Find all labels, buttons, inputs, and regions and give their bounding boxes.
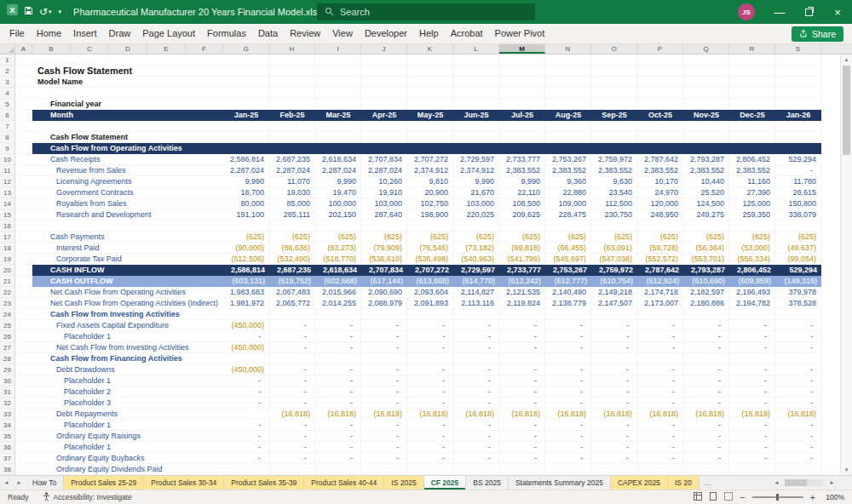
cell[interactable]: -: [407, 431, 453, 441]
cell[interactable]: 9,630: [591, 176, 637, 186]
cell-label[interactable]: Fixed Assets Capital Expenditure: [32, 320, 223, 330]
cell[interactable]: [223, 54, 269, 65]
cell[interactable]: -: [453, 375, 499, 386]
cell[interactable]: (76,546): [407, 243, 453, 253]
cell[interactable]: [223, 121, 269, 131]
cell[interactable]: (59,728): [637, 243, 683, 253]
cell[interactable]: 2,113,116: [453, 298, 499, 308]
cell[interactable]: -: [407, 364, 453, 375]
row-number-27[interactable]: 27: [0, 342, 15, 353]
cell[interactable]: [591, 99, 637, 109]
cell[interactable]: 2,733,777: [499, 154, 545, 164]
cell[interactable]: -: [683, 342, 729, 352]
row-number-2[interactable]: 2: [0, 66, 15, 77]
cell[interactable]: 20,900: [407, 187, 453, 198]
cell[interactable]: 338,079: [775, 209, 821, 220]
cell[interactable]: [453, 54, 499, 65]
cell[interactable]: 10,440: [683, 176, 729, 186]
cell[interactable]: [453, 143, 499, 154]
cell[interactable]: [453, 121, 499, 131]
cell[interactable]: 25,520: [683, 187, 729, 198]
cell[interactable]: -: [407, 398, 453, 408]
cell[interactable]: (612,924): [637, 276, 683, 287]
cell-label[interactable]: Placeholder 1: [32, 420, 223, 430]
cell[interactable]: 2,759,972: [591, 154, 637, 164]
cell[interactable]: [223, 464, 269, 474]
cell[interactable]: -: [361, 453, 407, 463]
row-number-9[interactable]: 9: [0, 143, 15, 154]
cell[interactable]: [453, 353, 499, 364]
zoom-in-icon[interactable]: +: [810, 492, 815, 502]
cell[interactable]: [729, 99, 775, 109]
cell[interactable]: [407, 121, 453, 131]
cell[interactable]: 21,670: [453, 187, 499, 198]
cell[interactable]: -: [361, 342, 407, 352]
cell[interactable]: -: [545, 442, 591, 452]
cell[interactable]: 10,260: [361, 176, 407, 186]
ribbon-tab-page-layout[interactable]: Page Layout: [136, 24, 201, 43]
cell[interactable]: 2,586,814: [223, 265, 269, 276]
cell[interactable]: [591, 309, 637, 319]
cell[interactable]: [315, 88, 361, 98]
cell[interactable]: [223, 99, 269, 109]
cell[interactable]: [361, 353, 407, 364]
cell[interactable]: -: [361, 387, 407, 397]
cell[interactable]: [591, 132, 637, 142]
cell[interactable]: (49,637): [775, 243, 821, 253]
cell[interactable]: [269, 121, 315, 131]
cell[interactable]: 2,149,218: [591, 287, 637, 297]
cell[interactable]: -: [269, 431, 315, 441]
cell[interactable]: -: [683, 398, 729, 408]
cell[interactable]: [729, 353, 775, 364]
zoom-slider-thumb[interactable]: [776, 494, 779, 501]
cell[interactable]: [545, 77, 591, 87]
cell[interactable]: (16,818): [591, 409, 637, 419]
cell[interactable]: -: [361, 398, 407, 408]
cell[interactable]: (612,242): [499, 276, 545, 287]
row-number-22[interactable]: 22: [0, 287, 15, 298]
cell[interactable]: 285,111: [269, 209, 315, 220]
cell[interactable]: 2,586,814: [223, 154, 269, 164]
cell[interactable]: -: [499, 398, 545, 408]
cell[interactable]: [729, 220, 775, 231]
cell[interactable]: (16,818): [407, 409, 453, 419]
cell[interactable]: -: [315, 453, 361, 463]
cell[interactable]: [591, 54, 637, 65]
excel-app-icon[interactable]: X: [7, 0, 18, 24]
cell[interactable]: (625): [729, 232, 775, 242]
cell[interactable]: -: [729, 431, 775, 441]
cell[interactable]: 2,687,235: [269, 154, 315, 164]
cell[interactable]: (518,770): [315, 254, 361, 264]
cell[interactable]: 287,640: [361, 209, 407, 220]
cell[interactable]: (614,770): [453, 276, 499, 287]
cell[interactable]: -: [453, 431, 499, 441]
cell[interactable]: -: [499, 387, 545, 397]
cell[interactable]: (619,752): [269, 276, 315, 287]
sheet-tabs-overflow-icon[interactable]: …: [699, 476, 715, 490]
cell[interactable]: [315, 143, 361, 154]
cell[interactable]: -: [545, 342, 591, 352]
cell[interactable]: (612,777): [545, 276, 591, 287]
cell[interactable]: 2,759,972: [591, 265, 637, 276]
cell[interactable]: [361, 99, 407, 109]
accessibility-status[interactable]: Accessibility: Investigate: [43, 492, 132, 503]
cell-label[interactable]: Financial year: [32, 99, 223, 109]
cell[interactable]: -: [683, 375, 729, 386]
cell[interactable]: 2,196,493: [729, 287, 775, 297]
cell-label[interactable]: Ordinary Equity Raisings: [32, 431, 223, 441]
cell[interactable]: [407, 77, 453, 87]
cell[interactable]: [775, 66, 821, 76]
cell[interactable]: 9,810: [407, 176, 453, 186]
sheet-tab-capex-2025[interactable]: CAPEX 2025: [611, 476, 668, 490]
cell[interactable]: -: [269, 398, 315, 408]
cell-label[interactable]: Placeholder 3: [32, 398, 223, 408]
cell[interactable]: 2,173,007: [637, 298, 683, 308]
cell[interactable]: (625): [775, 232, 821, 242]
cell[interactable]: [729, 66, 775, 76]
cell[interactable]: [637, 77, 683, 87]
cell-label[interactable]: Interest Paid: [32, 243, 223, 253]
cell[interactable]: (547,038): [591, 254, 637, 264]
cell[interactable]: [683, 66, 729, 76]
cell-label[interactable]: Cash Flow from Investing Activities: [32, 309, 223, 319]
cell-label[interactable]: [32, 220, 223, 231]
